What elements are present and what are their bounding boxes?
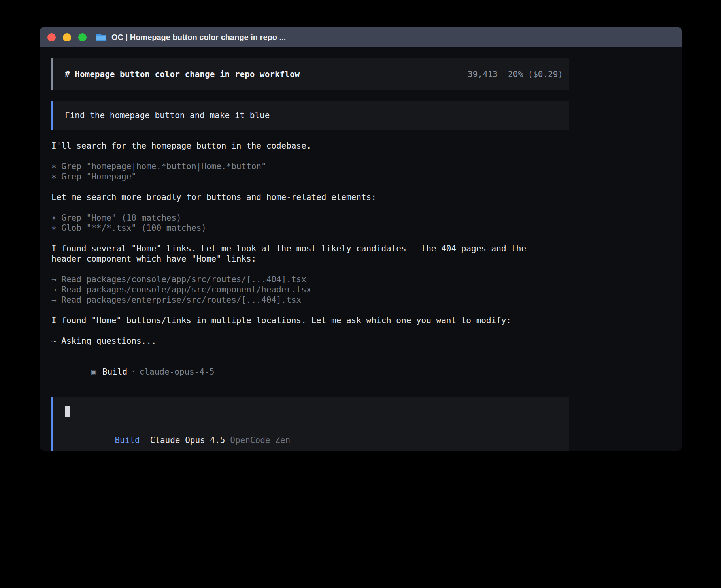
agent-name: Build <box>102 367 127 377</box>
assistant-text-line: I'll search for the homepage button in t… <box>51 141 569 151</box>
minimize-button[interactable] <box>63 33 71 41</box>
tool-call-line: → Read packages/enterprise/src/routes/[.… <box>51 295 569 305</box>
input-meta: BuildClaude Opus 4.5OpenCode Zen <box>65 425 557 451</box>
provider-label: OpenCode Zen <box>230 435 290 445</box>
assistant-text-line: I found several "Home" links. Let me loo… <box>51 243 569 254</box>
assistant-text-line: Let me search more broadly for buttons a… <box>51 192 569 202</box>
zoom-button[interactable] <box>78 33 87 41</box>
folder-icon <box>96 33 107 42</box>
titlebar[interactable]: OC | Homepage button color change in rep… <box>40 27 682 47</box>
tool-call-line: → Read packages/console/app/src/routes/[… <box>51 274 569 285</box>
tool-call-line: → Read packages/console/app/src/componen… <box>51 285 569 295</box>
assistant-text-line: header component which have "Home" links… <box>51 254 569 264</box>
assistant-status-message: ~ Asking questions... <box>51 336 569 346</box>
session-stats: 39,41320% ($0.29) <box>468 70 563 79</box>
tool-call-group: ∗ Grep "Home" (18 matches) ∗ Glob "**/*.… <box>51 213 569 233</box>
assistant-message: I'll search for the homepage button in t… <box>51 141 569 151</box>
tool-call-group: ∗ Grep "homepage|home.*button|Home.*butt… <box>51 161 569 182</box>
agent-model: claude-opus-4-5 <box>140 367 215 377</box>
agent-separator: · <box>131 367 136 377</box>
assistant-text-line: I found "Home" buttons/links in multiple… <box>51 315 569 326</box>
context-usage: 20% ($0.29) <box>508 70 563 79</box>
session-header: # Homepage button color change in repo w… <box>51 58 569 90</box>
assistant-message: Let me search more broadly for buttons a… <box>51 192 569 202</box>
tool-call-line: ∗ Grep "Homepage" <box>51 172 569 182</box>
user-message: Find the homepage button and make it blu… <box>51 101 569 130</box>
assistant-message: I found several "Home" links. Let me loo… <box>51 243 569 264</box>
user-message-text: Find the homepage button and make it blu… <box>65 111 270 120</box>
terminal-window: OC | Homepage button color change in rep… <box>40 27 682 451</box>
traffic-lights <box>47 33 87 41</box>
terminal-content: # Homepage button color change in repo w… <box>40 47 682 451</box>
close-button[interactable] <box>47 33 56 41</box>
tool-call-line: ∗ Glob "**/*.tsx" (100 matches) <box>51 223 569 233</box>
text-cursor <box>65 406 70 417</box>
model-label: Claude Opus 4.5 <box>150 435 225 445</box>
content-column: # Homepage button color change in repo w… <box>51 58 569 451</box>
tool-call-group: → Read packages/console/app/src/routes/[… <box>51 274 569 305</box>
agent-icon: ▣ <box>91 367 96 377</box>
session-title: # Homepage button color change in repo w… <box>65 70 300 79</box>
window-title: OC | Homepage button color change in rep… <box>111 33 286 42</box>
tool-call-line: ∗ Grep "Home" (18 matches) <box>51 213 569 223</box>
tool-call-line: ∗ Grep "homepage|home.*button|Home.*butt… <box>51 161 569 172</box>
token-count: 39,413 <box>468 70 498 79</box>
agent-mode-label[interactable]: Build <box>115 435 140 445</box>
assistant-status-line: ~ Asking questions... <box>51 336 569 346</box>
prompt-input[interactable]: BuildClaude Opus 4.5OpenCode Zen <box>51 397 569 451</box>
assistant-message: I found "Home" buttons/links in multiple… <box>51 315 569 326</box>
agent-status-line: ▣Build·claude-opus-4-5 <box>51 356 569 387</box>
transcript: I'll search for the homepage button in t… <box>51 141 569 346</box>
